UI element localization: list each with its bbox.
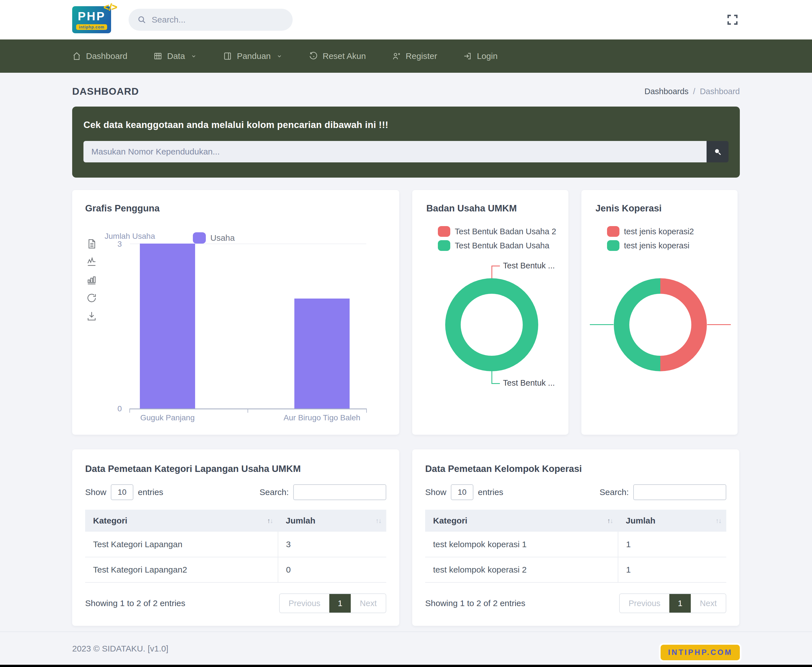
page-1-button[interactable]: 1: [669, 594, 691, 612]
bottom-bar: [0, 665, 812, 667]
legend-item[interactable]: Test Bentuk Badan Usaha 2: [438, 226, 543, 237]
bar-legend[interactable]: Usaha: [193, 232, 235, 244]
cell-jumlah: 3: [278, 532, 386, 557]
table-row: test kelompok koperasi 2 1: [425, 557, 726, 582]
card-grafis-pengguna: Grafis Pengguna Jumlah Usaha Usaha 3 0: [72, 190, 399, 435]
previous-page-button[interactable]: Previous: [280, 594, 330, 612]
data-table: Kategori↑↓ Jumlah↑↓ Test Kategori Lapang…: [85, 510, 386, 583]
sort-icon: ↑↓: [267, 517, 273, 524]
table-search-input[interactable]: [633, 484, 726, 500]
nav-item-data[interactable]: Data: [153, 51, 197, 61]
x-axis-line: [130, 408, 367, 409]
search-label: Search:: [600, 488, 629, 497]
y-tick-min: 0: [109, 404, 122, 413]
nav-item-label: Dashboard: [86, 51, 128, 61]
page-footer: 2023 © SIDATAKU. [v1.0] INTIPHP.COM: [0, 632, 812, 665]
restore-icon[interactable]: [86, 293, 97, 303]
cell-kategori: test kelompok koperasi 2: [425, 557, 618, 582]
nav-item-reset-akun[interactable]: Reset Akun: [309, 51, 366, 61]
sort-icon: ↑↓: [375, 517, 381, 524]
breadcrumb-parent[interactable]: Dashboards: [644, 87, 689, 96]
cell-jumlah: 0: [278, 557, 386, 582]
entries-select[interactable]: 10: [451, 484, 473, 500]
nav-item-label: Panduan: [237, 51, 271, 61]
legend-item[interactable]: test jenis koperasi: [607, 240, 712, 251]
table-row: test kelompok koperasi 1 1: [425, 532, 726, 557]
grid-icon: [153, 51, 163, 61]
cell-jumlah: 1: [618, 532, 726, 557]
code-brackets-icon: </>: [103, 2, 118, 13]
legend-label: test jenis koperasi: [624, 241, 689, 251]
legend-swatch: [438, 226, 450, 237]
book-icon: [223, 51, 232, 61]
bar-aur-birugo: [294, 299, 350, 408]
membership-check-banner: Cek data keanggotaan anda melalui kolom …: [72, 106, 740, 178]
bar-chart-icon[interactable]: [86, 275, 97, 285]
card-title: Badan Usaha UMKM: [426, 203, 517, 214]
legend-label: Test Bentuk Badan Usaha 2: [455, 227, 556, 236]
table-info: Showing 1 to 2 of 2 entries: [425, 599, 525, 608]
card-jenis-koperasi: Jenis Koperasi test jenis koperasi2 test…: [581, 190, 737, 435]
table-title: Data Pemetaan Kategori Lapangan Usaha UM…: [85, 463, 386, 474]
line-chart-icon[interactable]: [86, 257, 97, 267]
data-view-icon[interactable]: [86, 239, 97, 249]
next-page-button[interactable]: Next: [691, 594, 726, 612]
column-header-jumlah[interactable]: Jumlah↑↓: [618, 510, 726, 532]
intiphp-badge[interactable]: INTIPHP.COM: [661, 645, 740, 660]
column-header-kategori[interactable]: Kategori↑↓: [85, 510, 278, 532]
intiphp-logo[interactable]: PHP intiphp.com </>: [72, 6, 111, 33]
page-1-button[interactable]: 1: [329, 594, 351, 612]
legend-swatch: [607, 240, 619, 251]
cell-kategori: test kelompok koperasi 1: [425, 532, 618, 557]
previous-page-button[interactable]: Previous: [620, 594, 669, 612]
legend-swatch: [438, 240, 450, 251]
axis-tick: [366, 409, 367, 413]
donut-chart: [614, 278, 707, 371]
legend-label: Usaha: [210, 233, 235, 243]
legend-item[interactable]: test jenis koperasi2: [607, 226, 712, 237]
chart-toolbar: [86, 239, 97, 321]
entries-label: entries: [478, 488, 503, 497]
donut-chart: [445, 278, 538, 371]
cell-kategori: Test Kategori Lapangan2: [85, 557, 278, 582]
axis-tick: [130, 409, 130, 413]
global-search-input[interactable]: [152, 15, 284, 25]
column-header-kategori[interactable]: Kategori↑↓: [425, 510, 618, 532]
card-title: Jenis Koperasi: [596, 203, 662, 214]
nav-item-login[interactable]: Login: [463, 51, 497, 61]
card-kelompok-koperasi: Data Pemetaan Kelompok Koperasi Show 10 …: [412, 450, 739, 626]
sort-icon: ↑↓: [716, 517, 721, 524]
nav-item-label: Reset Akun: [322, 51, 366, 61]
data-table: Kategori↑↓ Jumlah↑↓ test kelompok kopera…: [425, 510, 726, 583]
legend-swatch: [193, 232, 206, 244]
legend-swatch: [607, 226, 619, 237]
show-label: Show: [425, 488, 446, 497]
legend-item[interactable]: Test Bentuk Badan Usaha: [438, 240, 543, 251]
nik-search-input[interactable]: [83, 141, 707, 163]
callout-line: [492, 383, 500, 384]
page-title: DASHBOARD: [72, 86, 139, 97]
column-header-jumlah[interactable]: Jumlah↑↓: [278, 510, 386, 532]
main-navbar: Dashboard Data Panduan Reset Akun Regist…: [0, 40, 812, 73]
fullscreen-icon[interactable]: [725, 12, 740, 27]
search-label: Search:: [260, 488, 289, 497]
card-kategori-lapangan: Data Pemetaan Kategori Lapangan Usaha UM…: [72, 450, 399, 626]
callout-label-top: Test Bentuk ...: [503, 261, 555, 270]
nik-search-button[interactable]: [707, 141, 729, 163]
nav-item-register[interactable]: Register: [392, 51, 437, 61]
next-page-button[interactable]: Next: [351, 594, 386, 612]
x-label-1: Guguk Panjang: [139, 413, 196, 422]
cell-jumlah: 1: [618, 557, 726, 582]
global-search[interactable]: [129, 9, 293, 31]
nav-item-dashboard[interactable]: Dashboard: [72, 51, 128, 61]
entries-select[interactable]: 10: [111, 484, 133, 500]
callout-line: [492, 371, 492, 384]
login-icon: [463, 51, 472, 61]
table-search-input[interactable]: [293, 484, 386, 500]
cell-kategori: Test Kategori Lapangan: [85, 532, 278, 557]
chevron-down-icon: [276, 53, 283, 60]
nav-item-panduan[interactable]: Panduan: [223, 51, 283, 61]
nav-item-label: Login: [477, 51, 497, 61]
user-plus-icon: [392, 51, 401, 61]
download-icon[interactable]: [86, 311, 97, 321]
